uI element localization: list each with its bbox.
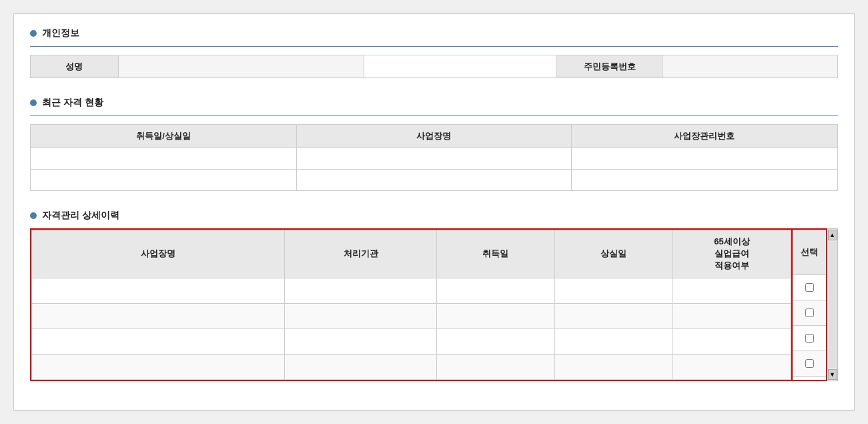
recent-qualification-title: 최근 자격 현황 [42, 97, 103, 109]
detail-cell-agency-3 [285, 329, 437, 354]
detail-cell-agency-4 [285, 354, 437, 379]
detail-header: 자격관리 상세이력 [30, 210, 838, 222]
checkbox-4[interactable] [805, 359, 814, 368]
checkbox-cell-1[interactable] [793, 275, 826, 300]
detail-cell-age65-3 [673, 329, 791, 354]
section-divider-2 [30, 116, 838, 116]
detail-table-container: 사업장명 처리기관 취득일 상실일 65세이상실업급여적용여부 [30, 228, 793, 381]
detail-cell-loss-2 [554, 303, 673, 329]
cell-id-2 [571, 170, 837, 191]
id-value [662, 55, 837, 78]
checkbox-3[interactable] [805, 334, 814, 343]
cell-date-2 [31, 170, 297, 191]
detail-cell-company-1 [32, 278, 285, 303]
detail-cell-acq-2 [436, 303, 554, 329]
table-row [32, 303, 791, 329]
detail-title: 자격관리 상세이력 [42, 210, 119, 222]
detail-section: 자격관리 상세이력 사업장명 처리기관 취득일 상실일 65세이상실업급여적용여… [30, 210, 838, 381]
selection-column: 선택 [793, 228, 827, 381]
detail-col-acquisition: 취득일 [436, 230, 554, 278]
detail-cell-acq-1 [436, 278, 554, 303]
bullet-icon-3 [30, 212, 37, 219]
qualification-table: 취득일/상실일 사업장명 사업장관리번호 [30, 124, 838, 191]
table-row [31, 148, 838, 170]
scrollbar-track [829, 242, 837, 368]
page-container: 개인정보 성명 주민등록번호 최근 자격 현황 취득 [13, 13, 855, 411]
detail-cell-company-3 [32, 329, 285, 354]
recent-qualification-header: 최근 자격 현황 [30, 97, 838, 109]
col-header-company-id: 사업장관리번호 [571, 125, 837, 148]
detail-table-area: 사업장명 처리기관 취득일 상실일 65세이상실업급여적용여부 [30, 228, 838, 381]
table-row [32, 354, 791, 379]
detail-cell-company-2 [32, 303, 285, 329]
table-row [31, 170, 838, 191]
checkbox-cell-4[interactable] [793, 351, 826, 377]
detail-cell-loss-1 [554, 278, 673, 303]
detail-cell-age65-4 [673, 354, 791, 379]
personal-info-header: 개인정보 [30, 27, 838, 39]
detail-col-company: 사업장명 [32, 230, 285, 278]
table-row [32, 278, 791, 303]
detail-cell-loss-3 [554, 329, 673, 354]
scrollbar-down-button[interactable]: ▼ [828, 369, 837, 380]
bullet-icon [30, 30, 37, 37]
cell-id-1 [571, 148, 837, 170]
scrollbar[interactable]: ▲ ▼ [827, 228, 838, 381]
name-label: 성명 [31, 55, 119, 78]
checkbox-1[interactable] [805, 283, 814, 292]
detail-cell-agency-1 [285, 278, 437, 303]
personal-info-section: 개인정보 성명 주민등록번호 [30, 27, 838, 78]
cell-company-2 [297, 170, 571, 191]
detail-col-agency: 처리기관 [285, 230, 437, 278]
detail-cell-loss-4 [554, 354, 673, 379]
selection-header: 선택 [793, 230, 826, 275]
detail-col-loss: 상실일 [554, 230, 673, 278]
scrollbar-up-button[interactable]: ▲ [828, 230, 837, 240]
recent-qualification-section: 최근 자격 현황 취득일/상실일 사업장명 사업장관리번호 [30, 97, 838, 191]
personal-info-title: 개인정보 [42, 27, 79, 39]
detail-cell-acq-4 [436, 354, 554, 379]
detail-cell-age65-1 [673, 278, 791, 303]
name-value [118, 55, 364, 78]
cell-company-1 [297, 148, 571, 170]
checkbox-cell-3[interactable] [793, 326, 826, 351]
id-label: 주민등록번호 [557, 55, 663, 78]
checkbox-cell-2[interactable] [793, 300, 826, 326]
detail-cell-acq-3 [436, 329, 554, 354]
col-header-company-name: 사업장명 [297, 125, 571, 148]
bullet-icon-2 [30, 99, 37, 106]
table-row [32, 329, 791, 354]
col-header-acquisition-date: 취득일/상실일 [31, 125, 297, 148]
checkbox-2[interactable] [805, 308, 814, 317]
detail-cell-age65-2 [673, 303, 791, 329]
cell-date-1 [31, 148, 297, 170]
detail-table: 사업장명 처리기관 취득일 상실일 65세이상실업급여적용여부 [31, 230, 791, 380]
detail-col-age65: 65세이상실업급여적용여부 [673, 230, 791, 278]
detail-cell-company-4 [32, 354, 285, 379]
personal-info-table: 성명 주민등록번호 [30, 55, 838, 78]
section-divider [30, 46, 838, 47]
detail-cell-agency-2 [285, 303, 437, 329]
